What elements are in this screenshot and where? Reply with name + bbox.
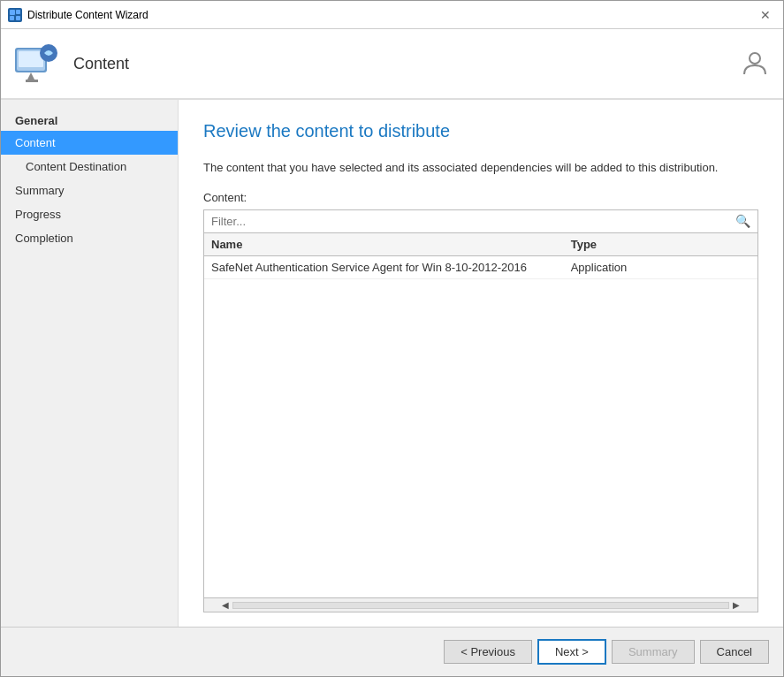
table-header: Name Type	[204, 233, 757, 256]
sidebar-item-summary[interactable]: Summary	[1, 179, 178, 202]
header-icon	[15, 41, 61, 87]
close-button[interactable]: ✕	[755, 4, 776, 26]
svg-rect-7	[19, 51, 43, 67]
cancel-button[interactable]: Cancel	[700, 640, 769, 664]
content-label: Content:	[203, 191, 758, 204]
sidebar-item-content[interactable]: Content	[1, 131, 178, 155]
header-title: Content	[73, 55, 129, 73]
table-body: SafeNet Authentication Service Agent for…	[204, 256, 757, 598]
svg-marker-8	[27, 72, 34, 80]
summary-button[interactable]: Summary	[612, 640, 695, 664]
sidebar-group-general: General	[1, 107, 178, 131]
filter-bar: 🔍	[203, 209, 758, 232]
header: Content	[1, 29, 783, 100]
wizard-window: Distribute Content Wizard ✕ Content	[0, 0, 784, 677]
main-content: General Content Content Destination Summ…	[1, 100, 783, 627]
horizontal-scrollbar[interactable]: ◀ ▶	[204, 597, 757, 612]
scroll-left-arrow[interactable]: ◀	[218, 600, 232, 610]
title-bar-text: Distribute Content Wizard	[27, 9, 755, 21]
cell-name: SafeNet Authentication Service Agent for…	[211, 261, 571, 274]
filter-input[interactable]	[204, 210, 728, 232]
scroll-right-arrow[interactable]: ▶	[729, 600, 743, 610]
svg-rect-4	[16, 16, 20, 20]
svg-rect-1	[10, 10, 15, 15]
next-button[interactable]: Next >	[537, 639, 606, 665]
content-table: Name Type SafeNet Authentication Service…	[203, 232, 758, 613]
column-header-name: Name	[211, 238, 571, 251]
description-text: The content that you have selected and i…	[203, 159, 734, 177]
user-icon	[741, 49, 769, 78]
title-bar-icon	[8, 8, 22, 22]
content-heading: Review the content to distribute	[203, 121, 758, 141]
previous-button[interactable]: < Previous	[444, 640, 532, 664]
sidebar-item-progress[interactable]: Progress	[1, 202, 178, 226]
scrollbar-track[interactable]	[232, 602, 729, 609]
sidebar: General Content Content Destination Summ…	[1, 100, 178, 627]
svg-rect-9	[26, 80, 38, 82]
svg-point-11	[750, 53, 760, 64]
footer: < Previous Next > Summary Cancel	[1, 627, 783, 676]
sidebar-item-completion[interactable]: Completion	[1, 226, 178, 250]
table-row[interactable]: SafeNet Authentication Service Agent for…	[204, 256, 757, 279]
cell-type: Application	[571, 261, 750, 274]
search-icon: 🔍	[728, 210, 757, 232]
svg-rect-2	[16, 10, 20, 14]
sidebar-item-content-destination[interactable]: Content Destination	[1, 155, 178, 179]
column-header-type: Type	[571, 238, 750, 251]
title-bar: Distribute Content Wizard ✕	[1, 1, 783, 29]
svg-rect-3	[10, 16, 14, 20]
content-area: Review the content to distribute The con…	[178, 100, 783, 627]
